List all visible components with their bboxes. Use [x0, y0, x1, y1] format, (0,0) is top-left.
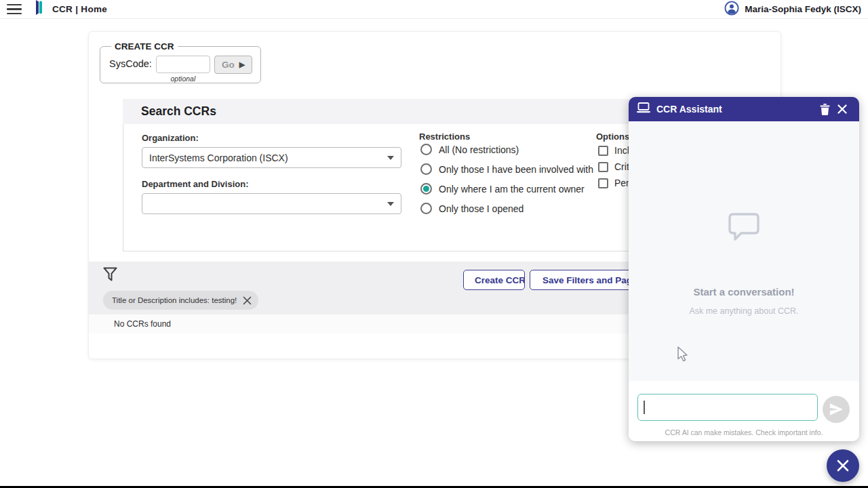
filter-chip-label: Title or Description includes: testing!: [112, 296, 237, 304]
filter-chip: Title or Description includes: testing!: [103, 291, 258, 310]
screen: CCR | Home Maria-Sophia Fedyk (ISCX) CRE…: [0, 0, 868, 488]
department-select[interactable]: [142, 193, 401, 214]
conversation-empty-subtitle: Ask me anything about CCR.: [629, 306, 859, 316]
text-caret: [644, 401, 645, 414]
user-menu[interactable]: Maria-Sophia Fedyk (ISCX): [724, 1, 861, 18]
go-button[interactable]: Go ▶: [214, 56, 252, 74]
restriction-current-owner[interactable]: Only where I am the current owner: [420, 183, 585, 195]
ai-disclaimer: CCR AI can make mistakes. Check importan…: [629, 428, 859, 436]
filter-icon[interactable]: [103, 267, 117, 285]
restriction-all[interactable]: All (No restrictions): [420, 144, 519, 155]
empty-message: No CCRs found: [114, 319, 171, 329]
restrictions-label: Restrictions: [419, 131, 470, 142]
syscode-input[interactable]: [156, 56, 210, 73]
menu-icon[interactable]: [7, 4, 22, 15]
assistant-icon: [637, 102, 650, 116]
optional-note: optional: [156, 75, 210, 83]
remove-filter-icon[interactable]: [243, 296, 252, 305]
send-icon: [829, 403, 844, 416]
options-label: Options: [596, 131, 629, 142]
close-assistant-icon[interactable]: [833, 100, 851, 118]
topbar: CCR | Home Maria-Sophia Fedyk (ISCX): [0, 0, 868, 19]
user-name: Maria-Sophia Fedyk (ISCX): [745, 4, 861, 14]
chevron-down-icon: [387, 202, 394, 206]
conversation-empty-title: Start a conversation!: [629, 286, 859, 298]
create-ccr-legend: CREATE CCR: [111, 41, 178, 52]
assistant-input-area: CCR AI can make mistakes. Check importan…: [629, 381, 859, 441]
department-label: Department and Division:: [142, 179, 248, 189]
clear-chat-trash-icon[interactable]: [816, 100, 833, 118]
assistant-title: CCR Assistant: [656, 104, 722, 115]
assistant-message-input[interactable]: [637, 394, 818, 421]
page-title: CCR | Home: [52, 4, 107, 14]
intersystems-logo-icon: [34, 0, 44, 18]
option-checkbox-2[interactable]: Criti: [598, 161, 631, 172]
syscode-label: SysCode:: [109, 58, 152, 69]
restriction-opened[interactable]: Only those I opened: [420, 203, 524, 214]
assistant-conversation-area: Start a conversation! Ask me anything ab…: [629, 121, 859, 381]
ccr-assistant-panel: CCR Assistant Start a con: [629, 97, 859, 441]
organization-select[interactable]: InterSystems Corporation (ISCX): [142, 147, 401, 168]
play-icon: ▶: [239, 60, 245, 69]
organization-label: Organization:: [142, 133, 199, 143]
close-chat-fab[interactable]: [827, 449, 859, 482]
close-icon: [836, 459, 850, 472]
speech-bubble-icon: [727, 211, 761, 245]
assistant-header: CCR Assistant: [629, 97, 859, 121]
search-ccrs-title: Search CCRs: [141, 104, 216, 119]
chevron-down-icon: [387, 156, 394, 160]
create-ccr-button[interactable]: Create CCR: [463, 270, 525, 290]
restriction-involved[interactable]: Only those I have been involved with: [420, 163, 593, 175]
user-avatar-icon: [724, 1, 739, 18]
create-ccr-fieldset: CREATE CCR SysCode: optional Go ▶: [100, 41, 261, 83]
send-button[interactable]: [823, 396, 850, 423]
